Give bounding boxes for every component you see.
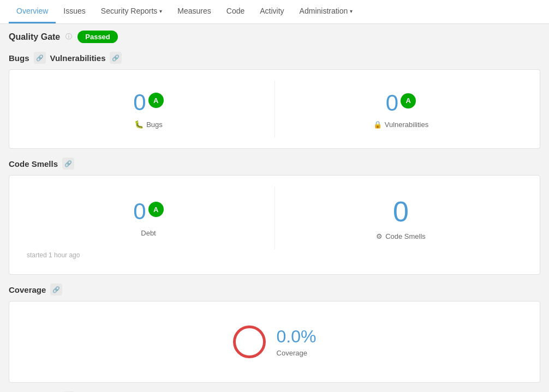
coverage-value-group: 0.0% Coverage <box>277 327 317 357</box>
started-text: started 1 hour ago <box>22 249 527 263</box>
code-smells-metric-cell: 0 Code Smells <box>274 186 527 249</box>
debt-grade-badge: A <box>148 202 164 217</box>
quality-gate-info-icon[interactable]: ⓘ <box>65 32 72 41</box>
coverage-label: Coverage <box>277 349 317 357</box>
administration-arrow-icon: ▾ <box>350 8 353 14</box>
vulnerabilities-metric-cell: 0 A Vulnerabilities <box>274 81 527 137</box>
code-smells-section-header: Code Smells 🔗 <box>9 158 540 170</box>
bugs-section-title: Bugs <box>9 53 29 63</box>
debt-count-display: 0 A <box>133 198 163 225</box>
nav-code[interactable]: Code <box>219 0 252 23</box>
nav-activity[interactable]: Activity <box>252 0 291 23</box>
page-content: Quality Gate ⓘ Passed Bugs 🔗 Vulnerabili… <box>0 24 549 392</box>
bugs-count-display: 0 A <box>133 89 163 116</box>
security-reports-arrow-icon: ▾ <box>159 8 162 14</box>
nav-measures[interactable]: Measures <box>170 0 218 23</box>
quality-gate-status-badge: Passed <box>77 31 118 43</box>
vulnerability-icon <box>373 120 382 129</box>
vulnerabilities-grade-badge: A <box>401 93 416 108</box>
code-smells-count-display: 0 <box>393 195 409 228</box>
code-smells-card: 0 A Debt 0 Code Smells started 1 hour ag… <box>9 175 540 275</box>
coverage-link-icon[interactable]: 🔗 <box>50 284 62 295</box>
bugs-grade-badge: A <box>148 93 164 108</box>
code-smells-label: Code Smells <box>376 232 426 240</box>
nav-issues[interactable]: Issues <box>56 0 93 23</box>
coverage-metric-cell: 0.0% Coverage <box>22 312 527 371</box>
quality-gate-label: Quality Gate <box>9 32 60 42</box>
nav-overview[interactable]: Overview <box>9 0 56 23</box>
debt-label: Debt <box>141 229 156 237</box>
nav-bar: Overview Issues Security Reports ▾ Measu… <box>0 0 549 24</box>
bugs-vulnerabilities-card: 0 A Bugs 0 A Vulnerabilities <box>9 69 540 149</box>
vulnerabilities-count-display: 0 A <box>386 90 416 116</box>
coverage-section-title: Coverage <box>9 285 46 294</box>
nav-administration[interactable]: Administration ▾ <box>292 0 361 23</box>
coverage-section-header: Coverage 🔗 <box>9 284 540 295</box>
bugs-metric-cell: 0 A Bugs <box>22 81 274 137</box>
debt-metric-cell: 0 A Debt <box>22 186 274 249</box>
smell-icon <box>376 232 383 240</box>
code-smells-section-title: Code Smells <box>9 159 58 168</box>
code-smells-grid: 0 A Debt 0 Code Smells <box>22 186 527 249</box>
bugs-section-header: Bugs 🔗 Vulnerabilities 🔗 <box>9 52 540 64</box>
coverage-value: 0.0% <box>277 327 317 347</box>
quality-gate-row: Quality Gate ⓘ Passed <box>9 31 540 43</box>
bugs-label: Bugs <box>134 120 163 129</box>
coverage-card: 0.0% Coverage <box>9 301 540 383</box>
vulnerabilities-label: Vulnerabilities <box>373 120 428 129</box>
code-smells-link-icon[interactable]: 🔗 <box>62 158 74 170</box>
coverage-circle-icon <box>233 325 266 358</box>
bugs-link-icon[interactable]: 🔗 <box>34 52 46 64</box>
vulnerabilities-link-icon[interactable]: 🔗 <box>110 52 122 64</box>
vulnerabilities-section-title: Vulnerabilities <box>50 53 106 63</box>
nav-security-reports[interactable]: Security Reports ▾ <box>93 0 170 23</box>
bug-icon <box>134 120 144 129</box>
